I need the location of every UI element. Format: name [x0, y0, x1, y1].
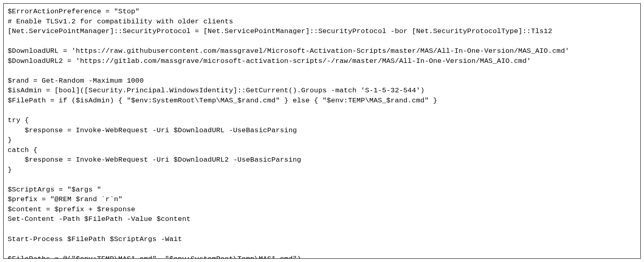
code-block: $ErrorActionPreference = "Stop" # Enable…: [8, 7, 636, 259]
code-container: $ErrorActionPreference = "Stop" # Enable…: [3, 3, 641, 259]
